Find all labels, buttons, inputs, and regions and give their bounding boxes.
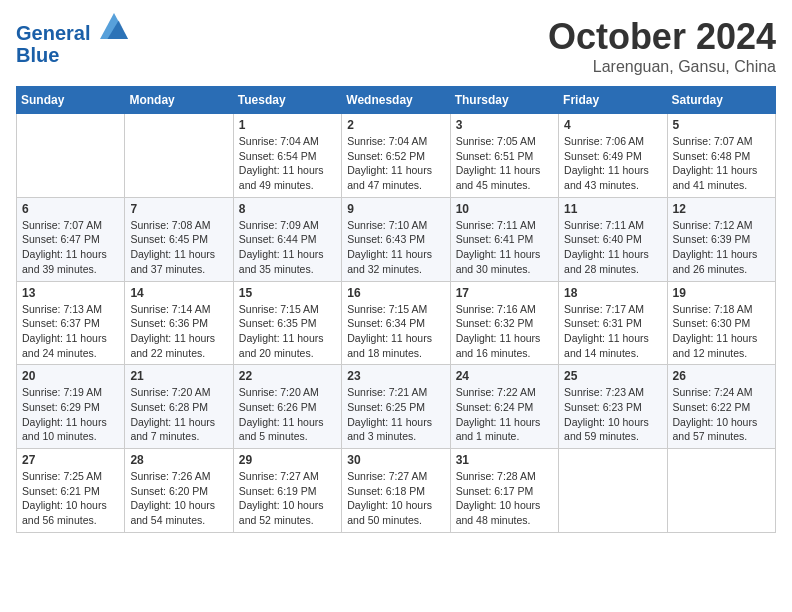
title-block: October 2024 Larenguan, Gansu, China <box>548 16 776 76</box>
calendar-cell: 18Sunrise: 7:17 AM Sunset: 6:31 PM Dayli… <box>559 281 667 365</box>
calendar-cell: 13Sunrise: 7:13 AM Sunset: 6:37 PM Dayli… <box>17 281 125 365</box>
calendar-cell: 16Sunrise: 7:15 AM Sunset: 6:34 PM Dayli… <box>342 281 450 365</box>
day-info: Sunrise: 7:05 AM Sunset: 6:51 PM Dayligh… <box>456 134 553 193</box>
day-number: 31 <box>456 453 553 467</box>
day-number: 9 <box>347 202 444 216</box>
day-info: Sunrise: 7:19 AM Sunset: 6:29 PM Dayligh… <box>22 385 119 444</box>
day-info: Sunrise: 7:04 AM Sunset: 6:52 PM Dayligh… <box>347 134 444 193</box>
calendar-cell: 5Sunrise: 7:07 AM Sunset: 6:48 PM Daylig… <box>667 114 775 198</box>
calendar-cell: 11Sunrise: 7:11 AM Sunset: 6:40 PM Dayli… <box>559 197 667 281</box>
calendar-cell: 6Sunrise: 7:07 AM Sunset: 6:47 PM Daylig… <box>17 197 125 281</box>
calendar-cell: 1Sunrise: 7:04 AM Sunset: 6:54 PM Daylig… <box>233 114 341 198</box>
day-number: 2 <box>347 118 444 132</box>
calendar-cell: 29Sunrise: 7:27 AM Sunset: 6:19 PM Dayli… <box>233 449 341 533</box>
day-number: 30 <box>347 453 444 467</box>
location-title: Larenguan, Gansu, China <box>548 58 776 76</box>
day-info: Sunrise: 7:11 AM Sunset: 6:41 PM Dayligh… <box>456 218 553 277</box>
day-number: 3 <box>456 118 553 132</box>
calendar-cell: 12Sunrise: 7:12 AM Sunset: 6:39 PM Dayli… <box>667 197 775 281</box>
calendar-week-4: 20Sunrise: 7:19 AM Sunset: 6:29 PM Dayli… <box>17 365 776 449</box>
calendar-cell: 17Sunrise: 7:16 AM Sunset: 6:32 PM Dayli… <box>450 281 558 365</box>
day-info: Sunrise: 7:20 AM Sunset: 6:26 PM Dayligh… <box>239 385 336 444</box>
logo-text: General <box>16 16 128 44</box>
day-info: Sunrise: 7:18 AM Sunset: 6:30 PM Dayligh… <box>673 302 770 361</box>
day-info: Sunrise: 7:21 AM Sunset: 6:25 PM Dayligh… <box>347 385 444 444</box>
calendar-cell: 31Sunrise: 7:28 AM Sunset: 6:17 PM Dayli… <box>450 449 558 533</box>
day-info: Sunrise: 7:17 AM Sunset: 6:31 PM Dayligh… <box>564 302 661 361</box>
calendar-cell <box>17 114 125 198</box>
day-number: 4 <box>564 118 661 132</box>
day-number: 22 <box>239 369 336 383</box>
day-info: Sunrise: 7:08 AM Sunset: 6:45 PM Dayligh… <box>130 218 227 277</box>
day-info: Sunrise: 7:11 AM Sunset: 6:40 PM Dayligh… <box>564 218 661 277</box>
day-info: Sunrise: 7:14 AM Sunset: 6:36 PM Dayligh… <box>130 302 227 361</box>
calendar-cell <box>559 449 667 533</box>
day-number: 7 <box>130 202 227 216</box>
weekday-header-wednesday: Wednesday <box>342 87 450 114</box>
calendar-cell: 19Sunrise: 7:18 AM Sunset: 6:30 PM Dayli… <box>667 281 775 365</box>
day-info: Sunrise: 7:25 AM Sunset: 6:21 PM Dayligh… <box>22 469 119 528</box>
calendar-week-1: 1Sunrise: 7:04 AM Sunset: 6:54 PM Daylig… <box>17 114 776 198</box>
day-info: Sunrise: 7:10 AM Sunset: 6:43 PM Dayligh… <box>347 218 444 277</box>
calendar-cell: 2Sunrise: 7:04 AM Sunset: 6:52 PM Daylig… <box>342 114 450 198</box>
calendar-cell: 4Sunrise: 7:06 AM Sunset: 6:49 PM Daylig… <box>559 114 667 198</box>
calendar-cell: 24Sunrise: 7:22 AM Sunset: 6:24 PM Dayli… <box>450 365 558 449</box>
day-number: 15 <box>239 286 336 300</box>
day-number: 23 <box>347 369 444 383</box>
day-info: Sunrise: 7:07 AM Sunset: 6:47 PM Dayligh… <box>22 218 119 277</box>
day-number: 12 <box>673 202 770 216</box>
logo: General Blue <box>16 16 128 66</box>
calendar-cell: 3Sunrise: 7:05 AM Sunset: 6:51 PM Daylig… <box>450 114 558 198</box>
day-number: 21 <box>130 369 227 383</box>
day-number: 13 <box>22 286 119 300</box>
day-number: 19 <box>673 286 770 300</box>
weekday-header-thursday: Thursday <box>450 87 558 114</box>
day-info: Sunrise: 7:27 AM Sunset: 6:19 PM Dayligh… <box>239 469 336 528</box>
weekday-header-tuesday: Tuesday <box>233 87 341 114</box>
calendar-cell: 28Sunrise: 7:26 AM Sunset: 6:20 PM Dayli… <box>125 449 233 533</box>
weekday-header-friday: Friday <box>559 87 667 114</box>
day-number: 28 <box>130 453 227 467</box>
day-number: 29 <box>239 453 336 467</box>
day-info: Sunrise: 7:22 AM Sunset: 6:24 PM Dayligh… <box>456 385 553 444</box>
day-number: 20 <box>22 369 119 383</box>
day-number: 11 <box>564 202 661 216</box>
calendar-cell: 20Sunrise: 7:19 AM Sunset: 6:29 PM Dayli… <box>17 365 125 449</box>
day-number: 1 <box>239 118 336 132</box>
day-number: 14 <box>130 286 227 300</box>
day-info: Sunrise: 7:04 AM Sunset: 6:54 PM Dayligh… <box>239 134 336 193</box>
day-number: 5 <box>673 118 770 132</box>
day-info: Sunrise: 7:23 AM Sunset: 6:23 PM Dayligh… <box>564 385 661 444</box>
day-info: Sunrise: 7:06 AM Sunset: 6:49 PM Dayligh… <box>564 134 661 193</box>
day-number: 8 <box>239 202 336 216</box>
calendar-header-row: SundayMondayTuesdayWednesdayThursdayFrid… <box>17 87 776 114</box>
day-info: Sunrise: 7:20 AM Sunset: 6:28 PM Dayligh… <box>130 385 227 444</box>
day-info: Sunrise: 7:07 AM Sunset: 6:48 PM Dayligh… <box>673 134 770 193</box>
calendar-cell: 22Sunrise: 7:20 AM Sunset: 6:26 PM Dayli… <box>233 365 341 449</box>
day-info: Sunrise: 7:28 AM Sunset: 6:17 PM Dayligh… <box>456 469 553 528</box>
day-info: Sunrise: 7:15 AM Sunset: 6:34 PM Dayligh… <box>347 302 444 361</box>
logo-blue: Blue <box>16 44 128 66</box>
day-number: 18 <box>564 286 661 300</box>
day-info: Sunrise: 7:26 AM Sunset: 6:20 PM Dayligh… <box>130 469 227 528</box>
calendar-cell: 9Sunrise: 7:10 AM Sunset: 6:43 PM Daylig… <box>342 197 450 281</box>
calendar-cell: 21Sunrise: 7:20 AM Sunset: 6:28 PM Dayli… <box>125 365 233 449</box>
page-header: General Blue October 2024 Larenguan, Gan… <box>16 16 776 76</box>
calendar-cell: 8Sunrise: 7:09 AM Sunset: 6:44 PM Daylig… <box>233 197 341 281</box>
weekday-header-monday: Monday <box>125 87 233 114</box>
weekday-header-saturday: Saturday <box>667 87 775 114</box>
calendar-cell: 23Sunrise: 7:21 AM Sunset: 6:25 PM Dayli… <box>342 365 450 449</box>
day-number: 6 <box>22 202 119 216</box>
calendar-cell: 10Sunrise: 7:11 AM Sunset: 6:41 PM Dayli… <box>450 197 558 281</box>
calendar-table: SundayMondayTuesdayWednesdayThursdayFrid… <box>16 86 776 533</box>
calendar-cell: 25Sunrise: 7:23 AM Sunset: 6:23 PM Dayli… <box>559 365 667 449</box>
day-number: 27 <box>22 453 119 467</box>
day-info: Sunrise: 7:12 AM Sunset: 6:39 PM Dayligh… <box>673 218 770 277</box>
calendar-cell: 30Sunrise: 7:27 AM Sunset: 6:18 PM Dayli… <box>342 449 450 533</box>
day-number: 10 <box>456 202 553 216</box>
month-title: October 2024 <box>548 16 776 58</box>
calendar-cell <box>667 449 775 533</box>
day-number: 26 <box>673 369 770 383</box>
day-number: 17 <box>456 286 553 300</box>
calendar-week-2: 6Sunrise: 7:07 AM Sunset: 6:47 PM Daylig… <box>17 197 776 281</box>
